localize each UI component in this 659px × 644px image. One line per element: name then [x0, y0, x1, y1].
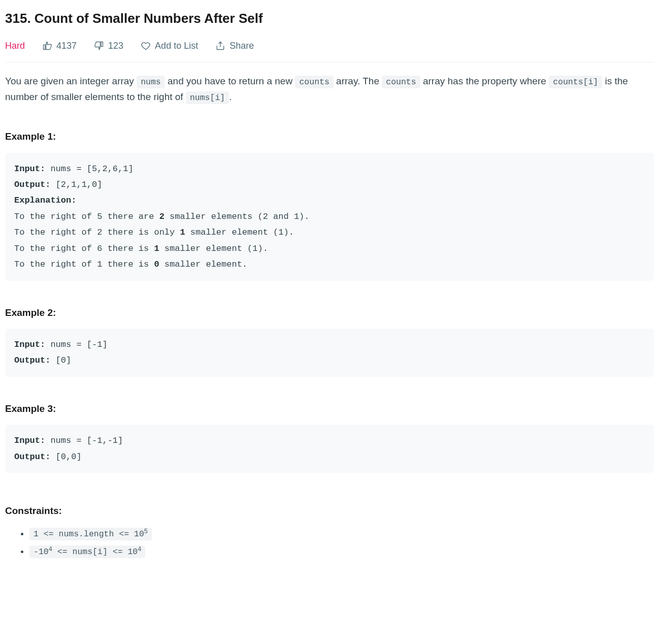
- code-inline: nums[i]: [186, 91, 229, 104]
- example-heading: Example 1:: [5, 129, 654, 144]
- example-heading: Example 3:: [5, 401, 654, 416]
- code-inline: counts: [295, 76, 333, 88]
- example-block: Input: nums = [-1,-1] Output: [0,0]: [5, 425, 654, 473]
- meta-row: Hard 4137 123 Add to List Share: [5, 39, 654, 63]
- example-heading: Example 2:: [5, 305, 654, 320]
- code-inline: counts[i]: [549, 76, 602, 88]
- heart-icon: [141, 41, 151, 51]
- add-to-list-button[interactable]: Add to List: [141, 39, 198, 53]
- example-block: Input: nums = [-1] Output: [0]: [5, 329, 654, 377]
- constraint-item: -104 <= nums[i] <= 104: [29, 544, 654, 559]
- share-button[interactable]: Share: [215, 39, 254, 53]
- thumbs-up-icon: [42, 41, 52, 51]
- dislike-button[interactable]: 123: [94, 39, 123, 53]
- share-label: Share: [229, 39, 254, 53]
- share-icon: [215, 41, 225, 51]
- problem-title: 315. Count of Smaller Numbers After Self: [5, 8, 654, 29]
- constraints-list: 1 <= nums.length <= 105 -104 <= nums[i] …: [5, 526, 654, 559]
- code-inline: nums: [137, 76, 165, 88]
- example-block: Input: nums = [5,2,6,1] Output: [2,1,1,0…: [5, 153, 654, 281]
- constraint-item: 1 <= nums.length <= 105: [29, 526, 654, 541]
- constraints-heading: Constraints:: [5, 503, 654, 519]
- like-count: 4137: [56, 39, 77, 53]
- add-to-list-label: Add to List: [155, 39, 198, 53]
- code-inline: counts: [382, 76, 420, 88]
- dislike-count: 123: [108, 39, 123, 53]
- thumbs-down-icon: [94, 41, 104, 51]
- difficulty-badge: Hard: [5, 39, 25, 53]
- problem-description: You are given an integer array nums and …: [5, 74, 654, 105]
- like-button[interactable]: 4137: [42, 39, 77, 53]
